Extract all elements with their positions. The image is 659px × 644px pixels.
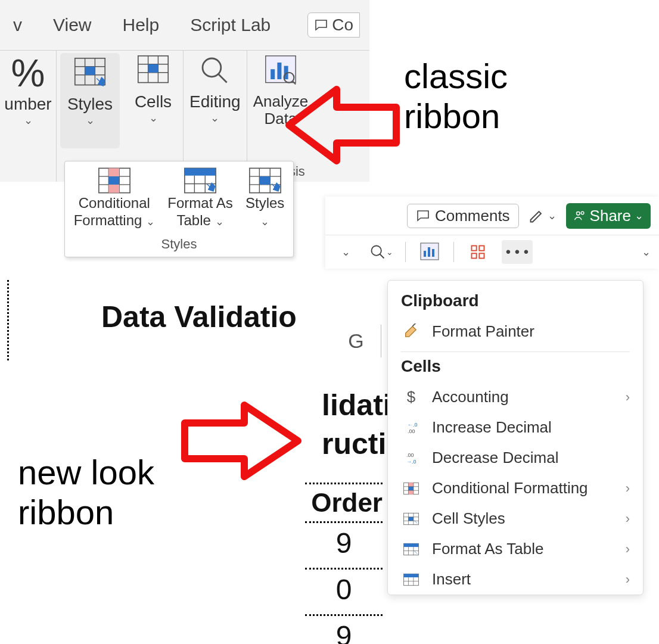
svg-point-12 [203,58,221,77]
pencil-icon [529,207,545,224]
percent-icon: % [4,54,52,92]
cf-label: Conditional Formatting [432,479,588,497]
format-painter-item[interactable]: Format Painter [388,316,643,347]
conditional-formatting-button[interactable]: Conditional Formatting ⌄ [74,167,155,229]
chevron-down-icon: ⌄ [146,216,155,228]
increase-decimal-label: Increase Decimal [432,418,552,437]
cells-icon [136,54,170,88]
order-header-cell[interactable]: Order [305,483,383,523]
chevron-down-icon: ⌄ [635,209,644,222]
editing-mode-button[interactable]: ⌄ [529,207,557,224]
svg-rect-58 [408,486,413,490]
cells-label: Cells [135,92,172,111]
menu-section-clipboard: Clipboard [388,291,643,316]
doc-heading-clip: Data Validatio [101,301,297,334]
decrease-decimal-item[interactable]: .00→.0 Decrease Decimal [388,443,643,473]
apps-button[interactable] [466,240,490,264]
comment-icon [416,209,430,223]
insert-icon [401,573,421,586]
arrow-right-icon [173,393,310,489]
accounting-item[interactable]: $ Accounting › [388,382,643,412]
more-commands-button[interactable]: • • • [502,240,533,264]
dollar-icon: $ [401,388,421,406]
increase-decimal-item[interactable]: ←.0.00 Increase Decimal [388,412,643,443]
fat-l1: Format As [167,195,232,211]
comment-icon [314,18,328,32]
conditional-formatting-item[interactable]: Conditional Formatting › [388,473,643,503]
analyze-data-button-new[interactable] [418,240,442,264]
chevron-down-icon: ⌄ [260,216,269,228]
share-button[interactable]: Share ⌄ [566,203,651,229]
svg-rect-27 [108,185,119,193]
format-as-table-button[interactable]: Format As Table ⌄ [167,167,232,229]
grid-apps-icon [470,244,486,260]
svg-point-40 [581,211,584,214]
find-button[interactable]: ⌄ [369,240,393,264]
styles-l1: Styles [245,195,284,211]
styles-button[interactable]: Styles ⌄ [60,53,120,148]
svg-rect-65 [408,517,413,521]
number-group: % umber ⌄ [0,51,57,182]
cell-styles-item[interactable]: Cell Styles › [388,503,643,534]
divider [405,242,406,262]
svg-rect-26 [108,176,119,185]
table-cell[interactable]: 9 [305,523,383,570]
tab-prev-clip[interactable]: v [7,11,28,39]
dotted-border [7,280,9,360]
format-as-table-label: Format As Table [432,540,543,558]
titlebar-right: Comments ⌄ Share ⌄ [325,197,659,235]
menu-section-cells: Cells [388,357,643,382]
annotation-classic: classicribbon [404,57,508,136]
fat-l2: Table [176,212,210,228]
cell-styles-button[interactable]: Styles ⌄ [245,167,284,229]
ribbon-expand-button[interactable]: ⌄ [642,245,651,259]
svg-rect-76 [404,574,419,577]
comments-button-clip[interactable]: Co [307,13,360,38]
editing-label: Editing [189,92,241,111]
tab-view[interactable]: View [47,11,97,39]
svg-rect-11 [148,64,158,73]
table-cell[interactable]: 9 [305,616,383,644]
search-icon [369,244,386,260]
styles-label: Styles [67,95,113,114]
dropdown-clip[interactable]: ⌄ [334,240,358,264]
ribbon-tabs: v View Help Script Lab Co [0,0,369,51]
svg-line-51 [412,323,416,326]
format-as-table-item[interactable]: Format As Table › [388,534,643,564]
chevron-down-icon: ⌄ [210,111,219,125]
chevron-down-icon: ⌄ [386,247,393,257]
chevron-right-icon: › [626,511,630,527]
svg-rect-47 [472,246,477,251]
flyout-footer: Styles [65,232,293,257]
cf-l1: Conditional [79,195,150,211]
comments-button[interactable]: Comments [407,204,519,228]
simplified-ribbon-toolbar: ⌄ ⌄ • • • ⌄ [325,235,659,269]
increase-decimal-icon: ←.0.00 [401,421,421,434]
chevron-down-icon: ⌄ [642,245,651,259]
search-icon [198,54,232,88]
new-look-ribbon: Comments ⌄ Share ⌄ ⌄ ⌄ [325,197,659,269]
svg-rect-38 [259,176,270,185]
percent-button[interactable]: % [4,54,52,92]
doc-heading-clip-2: lidati ructi [322,386,391,463]
svg-line-42 [380,254,384,259]
tab-help[interactable]: Help [116,11,165,39]
svg-text:←.0: ←.0 [408,422,418,428]
chevron-down-icon[interactable]: ⌄ [24,114,33,127]
people-icon [573,209,586,222]
table-cell[interactable]: 0 [305,570,383,616]
decrease-decimal-label: Decrease Decimal [432,449,558,467]
svg-rect-5 [85,67,95,75]
svg-rect-59 [408,490,413,494]
ellipsis-icon: • • • [506,244,529,260]
insert-item[interactable]: Insert › [388,564,643,595]
tab-script-lab[interactable]: Script Lab [184,11,276,39]
svg-rect-16 [277,63,281,79]
format-painter-label: Format Painter [432,322,534,341]
styles-flyout: Conditional Formatting ⌄ Format As Table… [64,161,294,257]
cf-l2: Formatting [74,212,142,228]
divider [453,242,454,262]
column-header-g[interactable]: G [331,325,381,357]
format-as-table-icon [401,543,421,556]
conditional-formatting-icon [98,167,131,194]
